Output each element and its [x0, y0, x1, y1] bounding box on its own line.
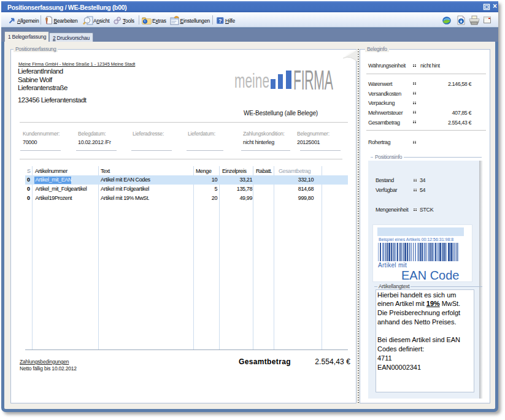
svg-text:?: ? [218, 18, 222, 24]
